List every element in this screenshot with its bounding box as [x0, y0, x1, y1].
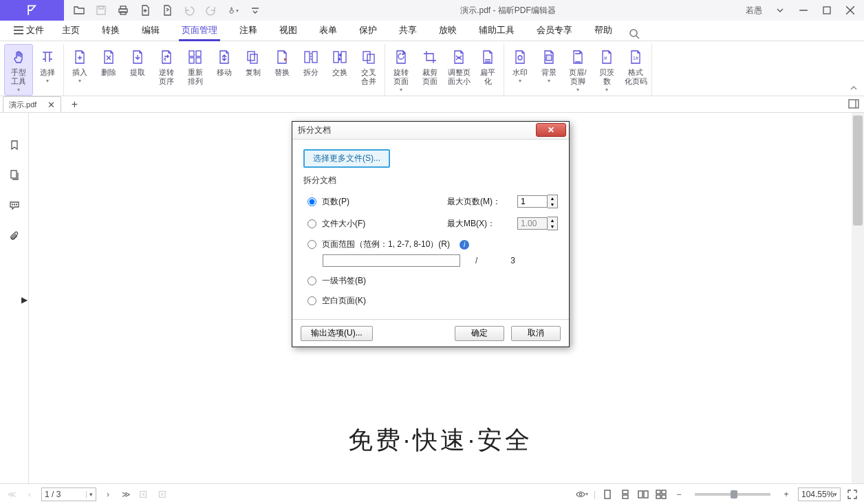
- page-number-text: 1 / 3: [45, 490, 61, 499]
- ribbon-删除[interactable]: 删除: [94, 44, 123, 96]
- close-button[interactable]: [845, 5, 856, 16]
- option-pages-radio[interactable]: [307, 197, 316, 206]
- ribbon-提取[interactable]: 提取: [123, 44, 152, 96]
- ribbon-选择[interactable]: 选择▾: [33, 44, 62, 96]
- close-tab-icon[interactable]: ✕: [47, 100, 55, 110]
- dialog-title-bar[interactable]: 拆分文档 ✕: [292, 122, 569, 140]
- ribbon-格式[interactable]: 1#格式化页码: [621, 44, 650, 96]
- window-title: 演示.pdf - 福昕PDF编辑器: [270, 5, 746, 17]
- ribbon-复制[interactable]: 复制: [239, 44, 268, 96]
- single-page-icon[interactable]: [601, 488, 614, 501]
- ribbon-页眉/[interactable]: 页眉/页脚▾: [563, 44, 592, 96]
- tab-1[interactable]: 转换: [91, 20, 131, 41]
- select-more-files-button[interactable]: 选择更多文件(S)...: [303, 149, 390, 168]
- user-name[interactable]: 若愚: [746, 5, 762, 17]
- file-menu[interactable]: 文件: [7, 20, 51, 41]
- ribbon-交叉[interactable]: 交叉合并: [354, 44, 383, 96]
- panel-toggle-icon[interactable]: [847, 98, 860, 110]
- zoom-slider-knob[interactable]: [731, 490, 737, 498]
- tab-3[interactable]: 页面管理: [171, 20, 228, 41]
- fullscreen-icon[interactable]: [846, 488, 858, 501]
- pages-icon[interactable]: [8, 169, 21, 182]
- page-dropdown-icon[interactable]: ▾: [86, 491, 93, 498]
- scrollbar[interactable]: [852, 113, 864, 483]
- ribbon-水印[interactable]: 水印▾: [506, 44, 534, 96]
- tab-10[interactable]: 辅助工具: [468, 20, 526, 41]
- tab-12[interactable]: 帮助: [583, 20, 623, 41]
- open-icon[interactable]: [74, 5, 85, 16]
- page-number-field[interactable]: 1 / 3 ▾: [41, 487, 96, 501]
- max-pages-input[interactable]: [517, 195, 548, 208]
- app-logo[interactable]: [0, 0, 64, 21]
- continuous-icon[interactable]: [619, 488, 631, 501]
- tab-5[interactable]: 视图: [268, 20, 308, 41]
- spin-down[interactable]: ▼: [548, 223, 557, 230]
- output-options-button[interactable]: 输出选项(U)...: [301, 326, 373, 341]
- minimize-button[interactable]: [798, 5, 809, 16]
- zoom-slider[interactable]: [695, 493, 770, 496]
- ribbon-贝茨[interactable]: #贝茨数▾: [592, 44, 621, 96]
- expand-rail-icon[interactable]: ▶: [20, 292, 28, 308]
- attachments-icon[interactable]: [8, 230, 21, 242]
- qat-more-icon[interactable]: [250, 5, 261, 16]
- print-icon[interactable]: [118, 5, 129, 16]
- ribbon-旋转[interactable]: 旋转页面▾: [387, 44, 415, 96]
- spin-up[interactable]: ▲: [548, 217, 557, 223]
- zoom-dropdown-icon[interactable]: ▾: [834, 491, 837, 498]
- new-doc-icon[interactable]: [140, 5, 151, 16]
- ribbon-逆转[interactable]: 逆转页序: [152, 44, 181, 96]
- option-range-radio[interactable]: [307, 240, 316, 249]
- tab-7[interactable]: 保护: [348, 20, 388, 41]
- ribbon-背景[interactable]: 背景▾: [534, 44, 563, 96]
- svg-rect-14: [312, 52, 317, 63]
- maximize-button[interactable]: [821, 5, 832, 16]
- read-mode-icon[interactable]: ▾: [576, 488, 588, 501]
- scrollbar-thumb[interactable]: [853, 116, 863, 226]
- facing-continuous-icon[interactable]: [655, 488, 667, 501]
- spin-up[interactable]: ▲: [548, 195, 557, 201]
- zoom-percent-field[interactable]: 104.55% ▾: [798, 487, 841, 501]
- last-page-icon[interactable]: ≫: [120, 488, 132, 501]
- dialog-close-button[interactable]: ✕: [536, 123, 566, 137]
- zoom-out-icon[interactable]: −: [673, 488, 685, 501]
- tab-8[interactable]: 共享: [388, 20, 428, 41]
- ribbon-手型[interactable]: 手型工具▾: [4, 44, 33, 96]
- bookmark-icon[interactable]: [8, 139, 21, 151]
- ok-button[interactable]: 确定: [455, 326, 504, 341]
- add-tab-icon[interactable]: +: [68, 98, 80, 111]
- document-tab[interactable]: 演示.pdf ✕: [3, 96, 61, 112]
- tab-0[interactable]: 主页: [51, 20, 91, 41]
- document-tab-bar: 演示.pdf ✕ +: [0, 96, 864, 113]
- ribbon-拆分[interactable]: 拆分: [296, 44, 325, 96]
- search-icon[interactable]: [627, 27, 641, 41]
- zoom-in-icon[interactable]: +: [780, 488, 792, 501]
- tab-11[interactable]: 会员专享: [526, 20, 583, 41]
- ribbon-插入[interactable]: 插入▾: [65, 44, 94, 96]
- option-filesize-radio[interactable]: [307, 219, 316, 228]
- chevron-down-icon[interactable]: [775, 5, 786, 16]
- ribbon-扁平[interactable]: 扁平化: [473, 44, 502, 96]
- ribbon-移动[interactable]: 移动: [210, 44, 239, 96]
- option-blank-radio[interactable]: [307, 296, 316, 305]
- facing-icon[interactable]: [637, 488, 649, 501]
- cancel-button[interactable]: 取消: [511, 326, 561, 341]
- tab-9[interactable]: 放映: [428, 20, 468, 41]
- dialog-title: 拆分文档: [298, 124, 331, 136]
- ribbon-调整页[interactable]: 调整页面大小: [444, 44, 473, 96]
- svg-rect-11: [248, 52, 255, 61]
- next-page-icon[interactable]: ›: [102, 488, 114, 501]
- tab-2[interactable]: 编辑: [131, 20, 171, 41]
- spin-down[interactable]: ▼: [548, 201, 557, 208]
- option-bookmark-radio[interactable]: [307, 276, 316, 285]
- ribbon-替换[interactable]: 替换: [268, 44, 296, 96]
- touch-mode-icon[interactable]: ▾: [228, 5, 239, 16]
- ribbon-裁剪[interactable]: 裁剪页面: [415, 44, 444, 96]
- ribbon-重新[interactable]: 重新排列: [181, 44, 210, 96]
- tab-6[interactable]: 表单: [308, 20, 348, 41]
- info-icon[interactable]: i: [460, 240, 469, 250]
- collapse-ribbon-icon[interactable]: [849, 83, 858, 93]
- tab-4[interactable]: 注释: [228, 20, 268, 41]
- export-icon[interactable]: [162, 5, 173, 16]
- comments-icon[interactable]: [8, 199, 21, 212]
- ribbon-交换[interactable]: 交换: [325, 44, 354, 96]
